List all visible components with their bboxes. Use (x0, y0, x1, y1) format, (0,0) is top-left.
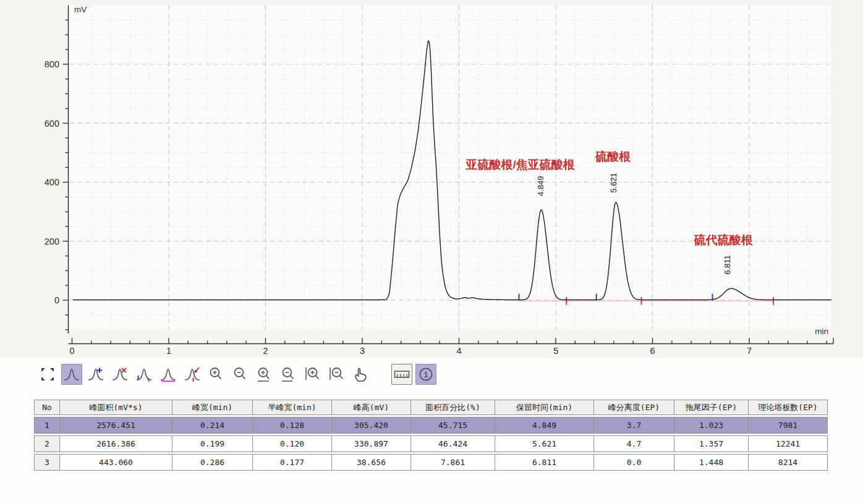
x-tick-label: 3 (360, 346, 365, 356)
peak-cut-icon (184, 366, 201, 383)
zoom-in-horizontal-button[interactable] (254, 364, 275, 385)
peak-annotation-3: 硫代硫酸根 (694, 233, 754, 246)
table-header-row: No峰面积(mV*s)峰宽(min)半峰宽(min)峰高(mV)面积百分比(%)… (34, 400, 863, 415)
y-tick-label: 0 (54, 295, 59, 305)
peak-add-icon (87, 366, 104, 383)
ruler-measure-icon (393, 366, 410, 383)
table-cell: 2576.451 (60, 417, 172, 434)
y-tick-label: 600 (45, 119, 59, 128)
zoom-in-button[interactable] (206, 364, 227, 385)
x-axis: 01234567min (69, 327, 834, 356)
table-cell: 峰分离度(EP) (594, 400, 674, 415)
peak-baseline-button[interactable] (158, 364, 179, 385)
table-cell: 2616.386 (60, 435, 172, 452)
table-cell: 峰宽(min) (172, 400, 253, 415)
table-cell: 4.849 (495, 417, 594, 434)
table-cell: 8214 (749, 454, 828, 471)
table-cell: 峰面积(mV*s) (60, 400, 172, 415)
x-tick-label: 6 (650, 346, 655, 356)
retention-time-label-2: 5.621 (609, 173, 618, 193)
x-tick-label: 2 (263, 346, 268, 356)
table-cell: 理论塔板数(EP) (749, 400, 828, 415)
fit-view-icon (39, 366, 56, 383)
zoom-out-horizontal-button[interactable] (278, 364, 299, 385)
table-cell: 38.656 (332, 454, 411, 471)
peak-annotation-1: 亚硫酸根/焦亚硫酸根 (466, 158, 576, 171)
table-cell: 保留时间(min) (495, 400, 594, 415)
zoom-in-vertical-icon (304, 366, 321, 383)
x-tick-label: 7 (747, 346, 752, 356)
table-cell: 7981 (749, 417, 828, 434)
table-cell: 0.214 (172, 417, 253, 434)
pan-hand-icon (352, 366, 370, 383)
table-cell: 1 (34, 417, 60, 434)
retention-time-label-1: 4.849 (536, 176, 545, 196)
zoom-in-vertical-button[interactable] (302, 364, 323, 385)
peak-delete-button[interactable] (109, 364, 130, 385)
table-cell: 12241 (749, 435, 828, 452)
marker-1-icon: 1 (417, 366, 435, 383)
peak-results-table: No峰面积(mV*s)峰宽(min)半峰宽(min)峰高(mV)面积百分比(%)… (34, 400, 863, 471)
zoom-out-vertical-icon (328, 366, 346, 383)
table-cell: 半峰宽(min) (253, 400, 332, 415)
svg-text:1: 1 (423, 370, 428, 379)
table-cell: 5.621 (495, 435, 594, 452)
fit-view-button[interactable] (37, 364, 58, 385)
chromatogram-chart[interactable]: 0200400600800mV01234567min亚硫酸根/焦亚硫酸根硫酸根硫… (0, 0, 863, 358)
table-cell: No (34, 400, 60, 415)
peak-annotation-2: 硫酸根 (595, 150, 631, 163)
peak-cut-button[interactable] (182, 364, 203, 385)
table-row[interactable]: 22616.3860.1990.120330.89746.4245.6214.7… (34, 435, 863, 452)
y-tick-label: 400 (45, 177, 59, 187)
peak-baseline-icon (159, 366, 177, 383)
x-tick-label: 1 (166, 346, 171, 356)
table-cell: 峰高(mV) (332, 400, 411, 415)
peak-integration-button[interactable] (61, 364, 82, 385)
marker-1-button[interactable]: 1 (415, 364, 436, 385)
chromatogram-panel: 0200400600800mV01234567min亚硫酸根/焦亚硫酸根硫酸根硫… (0, 0, 863, 358)
y-axis-unit: mV (74, 5, 87, 14)
table-cell: 3 (34, 454, 60, 471)
table-cell: 45.715 (411, 417, 495, 434)
table-cell: 0.0 (594, 454, 674, 471)
table-cell: 3.7 (594, 417, 674, 434)
table-cell: 330.897 (332, 435, 411, 452)
table-cell: 443.060 (60, 454, 172, 471)
retention-time-label-3: 6.811 (723, 255, 732, 275)
zoom-in-horizontal-icon (256, 366, 273, 383)
pan-hand-button[interactable] (351, 364, 372, 385)
table-cell: 1.448 (674, 454, 749, 471)
table-row[interactable]: 3443.0600.2860.17738.6567.8616.8110.01.4… (34, 454, 863, 471)
table-cell: 0.177 (253, 454, 332, 471)
peak-marks-button[interactable] (134, 364, 155, 385)
table-cell: 0.128 (253, 417, 332, 434)
table-cell: 面积百分比(%) (411, 400, 495, 415)
zoom-out-button[interactable] (230, 364, 251, 385)
table-cell: 拖尾因子(EP) (674, 400, 749, 415)
peak-integration-icon (63, 366, 80, 383)
ruler-measure-button[interactable] (391, 364, 412, 385)
y-tick-label: 800 (45, 59, 59, 69)
zoom-out-icon (232, 366, 249, 383)
toolbar-spacer (375, 364, 388, 385)
table-cell: 6.811 (495, 454, 594, 471)
x-tick-label: 0 (69, 346, 74, 356)
table-cell: 0.199 (172, 435, 253, 452)
zoom-out-vertical-button[interactable] (326, 364, 347, 385)
table-cell: 7.861 (411, 454, 495, 471)
x-tick-label: 4 (456, 346, 461, 356)
zoom-in-icon (208, 366, 225, 383)
table-row[interactable]: 12576.4510.2140.128305.42045.7154.8493.7… (34, 417, 863, 434)
table-cell: 4.7 (594, 435, 674, 452)
table-cell: 305.420 (332, 417, 411, 434)
peak-delete-icon (111, 366, 129, 383)
x-tick-label: 5 (553, 346, 558, 356)
peak-marks-icon (135, 366, 153, 383)
peak-add-button[interactable] (85, 364, 106, 385)
table-cell: 0.120 (253, 435, 332, 452)
chart-toolbar: 1 (0, 363, 863, 386)
table-cell: 46.424 (411, 435, 495, 452)
table-cell: 0.286 (172, 454, 253, 471)
chromatography-workstation: 0200400600800mV01234567min亚硫酸根/焦亚硫酸根硫酸根硫… (0, 0, 863, 471)
zoom-out-horizontal-icon (280, 366, 297, 383)
